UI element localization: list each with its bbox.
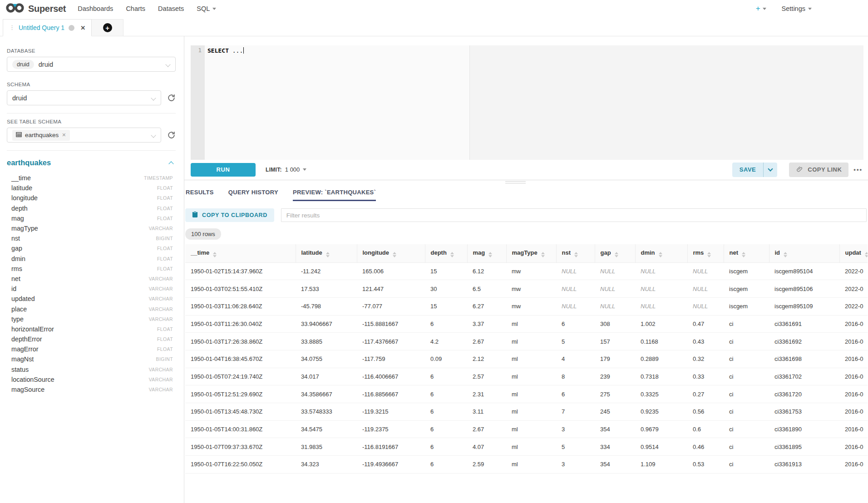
column-name: magError (11, 345, 39, 353)
copy-to-clipboard-button[interactable]: COPY TO CLIPBOARD (185, 208, 274, 222)
sort-asc-icon (213, 252, 217, 254)
column-type: FLOAT (157, 216, 173, 221)
pane-resize-handle[interactable] (505, 180, 526, 183)
sort-icon[interactable] (326, 252, 330, 257)
grid-cell: 2.67 (467, 420, 506, 438)
sort-icon[interactable] (488, 252, 492, 257)
sort-icon[interactable] (615, 252, 618, 257)
grid-header-cell[interactable]: updat (839, 244, 868, 262)
grid-cell: ml (506, 438, 556, 456)
column-name: net (11, 275, 20, 282)
results-tab-preview-earthquakes[interactable]: PREVIEW: `EARTHQUAKES` (293, 189, 376, 201)
sort-desc-icon (393, 255, 396, 257)
results-tab-query-history[interactable]: QUERY HISTORY (228, 189, 278, 201)
filter-results-input[interactable] (281, 208, 867, 222)
nav-item-charts[interactable]: Charts (126, 5, 145, 12)
grid-cell: 6.5 (467, 280, 506, 298)
chevron-up-icon[interactable] (168, 161, 173, 166)
table-select[interactable]: earthquakes ✕ (7, 128, 161, 143)
editor-code[interactable]: SELECT ... (205, 45, 863, 160)
grid-header-cell[interactable]: gap (595, 244, 635, 262)
nav-item-datasets[interactable]: Datasets (158, 5, 184, 12)
sort-icon[interactable] (450, 252, 454, 257)
grid-body: 1950-01-02T15:14:37.960Z-11.242165.00615… (185, 262, 868, 473)
grid-cell: ci (724, 315, 769, 333)
table-row: 1950-01-05T13:45:48.730Z33.5748333-119.3… (185, 403, 868, 421)
nav-item-sql[interactable]: SQL (197, 5, 216, 12)
grid-cell: 179 (595, 350, 635, 368)
grid-header-cell[interactable]: depth (425, 244, 467, 262)
sort-icon[interactable] (707, 252, 711, 257)
superset-logo[interactable]: Superset (5, 3, 66, 15)
refresh-tables-button[interactable] (167, 131, 176, 139)
grid-cell: mw (506, 280, 556, 298)
sort-icon[interactable] (213, 252, 217, 257)
schema-select[interactable]: druid (7, 90, 161, 105)
remove-table-icon[interactable]: ✕ (62, 132, 66, 138)
grid-header-cell[interactable]: dmin (635, 244, 687, 262)
save-button[interactable]: SAVE (732, 166, 763, 173)
database-select[interactable]: druid druid (7, 57, 176, 72)
grid-cell: ci (724, 385, 769, 403)
grid-header-cell[interactable]: nst (556, 244, 595, 262)
grid-header-cell[interactable]: latitude (296, 244, 357, 262)
results-tab-results[interactable]: RESULTS (186, 189, 214, 201)
grid-header-cell[interactable]: magType (506, 244, 556, 262)
refresh-schema-button[interactable] (167, 94, 176, 102)
grid-header-label: mag (473, 249, 485, 256)
schema-column-row: nstBIGINT (7, 233, 176, 243)
column-name: type (11, 316, 24, 323)
grid-cell: 354 (595, 420, 635, 438)
schema-column-row: rmsFLOAT (7, 264, 176, 274)
grid-cell: 2.57 (467, 368, 506, 385)
sort-icon[interactable] (393, 252, 396, 257)
sort-icon[interactable] (865, 252, 868, 257)
chevron-down-icon (768, 166, 773, 171)
chevron-down-icon (212, 8, 216, 10)
grid-cell: -119.4936667 (357, 456, 425, 473)
grid-header-label: net (730, 249, 739, 256)
new-item-dropdown[interactable]: + (756, 4, 766, 13)
grid-cell: ml (506, 350, 556, 368)
settings-menu[interactable]: Settings (782, 5, 812, 12)
grid-cell: ci (724, 438, 769, 456)
schema-column-row: statusVARCHAR (7, 365, 176, 375)
grid-header-cell[interactable]: rms (687, 244, 724, 262)
grid-cell: NULL (687, 297, 724, 315)
grid-cell: 1950-01-03T17:26:38.860Z (185, 333, 296, 350)
sort-icon[interactable] (742, 252, 745, 257)
grid-cell: 30 (425, 280, 467, 298)
grid-cell: 0.53 (687, 456, 724, 473)
grid-cell: 0.33 (687, 368, 724, 385)
nav-item-dashboards[interactable]: Dashboards (78, 5, 113, 12)
grid-cell: 354 (595, 456, 635, 473)
close-icon[interactable]: ✕ (80, 25, 85, 31)
sql-editor[interactable]: 1 SELECT ... (191, 45, 863, 160)
sort-icon[interactable] (574, 252, 578, 257)
sort-icon[interactable] (541, 252, 545, 257)
drag-handle-icon[interactable]: ⋮ (9, 25, 15, 30)
tab-untitled-query[interactable]: ⋮ Untitled Query 1 ✕ (3, 19, 92, 36)
grid-cell: ml (506, 385, 556, 403)
limit-dropdown[interactable]: LIMIT: 1 000 (266, 166, 306, 173)
grid-header-cell[interactable]: id (769, 244, 839, 262)
table-schema-header[interactable]: earthquakes (7, 158, 176, 167)
run-button[interactable]: RUN (191, 163, 256, 177)
grid-header-cell[interactable]: mag (467, 244, 506, 262)
grid-cell: 6 (425, 315, 467, 333)
grid-header-cell[interactable]: __time (185, 244, 296, 262)
schema-column-row: magTypeVARCHAR (7, 223, 176, 233)
grid-cell: 2.12 (467, 350, 506, 368)
more-actions-button[interactable]: ••• (853, 166, 863, 173)
chevron-down-icon (151, 133, 156, 138)
grid-header-cell[interactable]: net (724, 244, 769, 262)
save-options-button[interactable] (764, 169, 777, 171)
sort-icon[interactable] (659, 252, 662, 257)
column-type: FLOAT (157, 195, 173, 201)
grid-header-cell[interactable]: longitude (357, 244, 425, 262)
new-query-tab[interactable]: + (92, 19, 123, 36)
sort-icon[interactable] (784, 252, 787, 257)
grid-cell: 5 (556, 333, 595, 350)
grid-cell: 0.27 (687, 385, 724, 403)
copy-link-button[interactable]: COPY LINK (789, 163, 848, 177)
